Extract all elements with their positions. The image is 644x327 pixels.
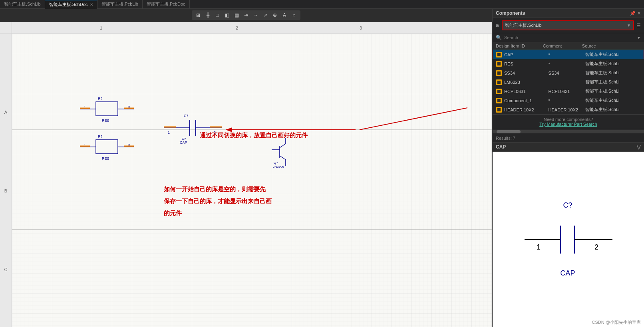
preview-canvas: C? 1 2 CAP CSDN @小阳先生的宝库: [493, 152, 644, 327]
table-row[interactable]: SS34SS34智能车主板.SchLi: [493, 68, 644, 77]
component-source-cell: 智能车主板.SchLi: [585, 70, 640, 76]
power-btn[interactable]: ⊕: [271, 11, 279, 19]
tab-schdoc-label: 智能车主板.SchDoc: [49, 2, 88, 8]
wire-btn[interactable]: ~: [252, 11, 260, 19]
ruler-v-label-b: B: [4, 188, 7, 193]
table-row[interactable]: Component_1*智能车主板.SchLi: [493, 96, 644, 105]
component-source-cell: 智能车主板.SchLi: [585, 52, 640, 57]
panel-pin-btn[interactable]: 📌: [630, 11, 636, 16]
tab-pcblibrary[interactable]: 智能车主板.PcbLib: [97, 0, 143, 9]
need-more-text: Need more components?: [544, 117, 593, 122]
rect-btn[interactable]: □: [213, 11, 221, 19]
h-scrollbar[interactable]: [493, 130, 644, 133]
results-info: Results: 7: [493, 134, 644, 143]
filter-btn[interactable]: ⊞: [194, 11, 202, 19]
component-comment-cell: *: [549, 61, 585, 66]
svg-text:CAP: CAP: [180, 141, 187, 145]
table-row[interactable]: HEADER 10X2HEADER 10X2智能车主板.SchLi: [493, 105, 644, 114]
svg-text:R?: R?: [98, 97, 103, 101]
component-source-cell: 智能车主板.SchLi: [585, 88, 640, 94]
component-comment-cell: *: [549, 52, 585, 57]
right-panel: Components 📌 ✕ ⊞ 智能车主板.SchLib ▼ ☰ 🔍 ▼: [492, 9, 644, 327]
tab-pcblibrary-label: 智能车主板.PcbLib: [101, 1, 138, 7]
circle-btn[interactable]: ○: [290, 11, 298, 19]
svg-text:2: 2: [594, 243, 598, 251]
component-icon: [496, 107, 502, 113]
grid-area: 1 0 RES R? 1 2: [12, 34, 492, 327]
component-id-cell: SS34: [504, 71, 549, 75]
svg-text:C?: C?: [563, 201, 572, 209]
svg-text:1: 1: [536, 243, 540, 251]
svg-text:C?: C?: [182, 137, 186, 141]
filter-icon: ⊞: [496, 23, 499, 28]
annotation-4: 的元件: [164, 210, 182, 217]
ruler-corner: [0, 22, 12, 34]
toolbar: ⊞ ╋ □ ◧ ▤ ⇥ ~ ↗ ⊕ A ○: [0, 9, 492, 22]
preview-section: CAP ⋁ C? 1 2: [493, 143, 644, 327]
ruler-v-label-c: C: [4, 267, 8, 272]
component-id-cell: LM6223: [504, 80, 549, 85]
table-row[interactable]: RES*智能车主板.SchLi: [493, 59, 644, 68]
lib-dropdown-label: 智能车主板.SchLib: [505, 22, 542, 28]
table-row[interactable]: HCPL0631HCPL0631智能车主板.SchLi: [493, 87, 644, 96]
tab-schdoc[interactable]: 智能车主板.SchDoc ✕: [45, 0, 98, 9]
svg-text:C7: C7: [184, 114, 189, 118]
ruler-h-label-1: 1: [100, 26, 102, 30]
component-id-cell: RES: [504, 61, 549, 66]
search-expand-icon[interactable]: ▼: [637, 36, 641, 40]
svg-text:CAP: CAP: [560, 269, 575, 277]
tab-schlibrary[interactable]: 智能车主板.SchLib: [0, 0, 45, 9]
panel-title: Components: [496, 10, 525, 16]
canvas-area: ⊞ ╋ □ ◧ ▤ ⇥ ~ ↗ ⊕ A ○ 1 2 3: [0, 9, 492, 327]
ruler-v-label-a: A: [4, 110, 7, 115]
component-icon: [496, 61, 502, 67]
search-input[interactable]: [504, 35, 637, 40]
component-source-cell: 智能车主板.SchLi: [585, 107, 640, 113]
col-comment: Comment: [543, 44, 582, 48]
annotation-1: 通过不同切换的库，放置自己画好的元件: [200, 132, 308, 139]
toolbar-group-1: ⊞ ╋ □ ◧ ▤ ⇥ ~ ↗ ⊕ A ○: [192, 10, 300, 20]
lib-selector: ⊞ 智能车主板.SchLib ▼ ☰: [493, 18, 644, 33]
component-source-cell: 智能车主板.SchLi: [585, 61, 640, 67]
component-icon: [496, 52, 502, 57]
tab-bar: 智能车主板.SchLib 智能车主板.SchDoc ✕ 智能车主板.PcbLib…: [0, 0, 644, 9]
split-btn[interactable]: ◧: [223, 11, 231, 19]
search-icon: 🔍: [496, 35, 502, 40]
lib-dropdown[interactable]: 智能车主板.SchLib ▼: [502, 20, 634, 30]
arrow-btn[interactable]: ↗: [261, 11, 269, 19]
add-btn[interactable]: ╋: [204, 11, 212, 19]
ruler-h-label-3: 3: [360, 26, 362, 30]
svg-text:RES: RES: [102, 119, 109, 123]
svg-rect-1: [12, 34, 492, 327]
manufacturer-search-link[interactable]: Try Manufacturer Part Search: [539, 122, 597, 127]
tab-btn[interactable]: ⇥: [242, 11, 250, 19]
main-area: ⊞ ╋ □ ◧ ▤ ⇥ ~ ↗ ⊕ A ○ 1 2 3: [0, 9, 644, 327]
preview-expand-icon[interactable]: ⋁: [637, 144, 641, 150]
component-id-cell: HEADER 10X2: [504, 107, 549, 112]
component-icon: [496, 79, 502, 85]
tab-pcbdoc-label: 智能车主板.PcbDoc: [147, 1, 185, 7]
component-icon: [496, 98, 502, 103]
tab-pcbdoc[interactable]: 智能车主板.PcbDoc: [143, 0, 190, 9]
lib-menu-btn[interactable]: ☰: [636, 23, 641, 28]
component-rows: CAP*智能车主板.SchLiRES*智能车主板.SchLiSS34SS34智能…: [493, 50, 644, 114]
component-comment-cell: SS34: [549, 71, 585, 75]
table-row[interactable]: LM6223智能车主板.SchLi: [493, 77, 644, 87]
results-count: Results: 7: [496, 136, 515, 141]
preview-title: CAP: [496, 144, 506, 150]
h-scrollbar-thumb[interactable]: [497, 130, 521, 133]
component-comment-cell: *: [549, 98, 585, 103]
component-table: Design Item ID Comment Source CAP*智能车主板.…: [493, 42, 644, 115]
text-btn[interactable]: A: [280, 11, 288, 19]
close-icon[interactable]: ✕: [90, 2, 93, 7]
panel-close-btn[interactable]: ✕: [637, 11, 641, 16]
svg-text:2N3906: 2N3906: [273, 165, 284, 168]
col-design-item-id: Design Item ID: [496, 44, 543, 48]
schematic-canvas[interactable]: 1 2 3 A B C: [0, 22, 492, 327]
lines-btn[interactable]: ▤: [233, 11, 241, 19]
table-row[interactable]: CAP*智能车主板.SchLi: [493, 50, 644, 59]
panel-controls: 📌 ✕: [630, 11, 641, 16]
preview-svg: C? 1 2 CAP: [501, 192, 636, 287]
component-icon: [496, 89, 502, 94]
ruler-h-label-2: 2: [236, 26, 238, 30]
